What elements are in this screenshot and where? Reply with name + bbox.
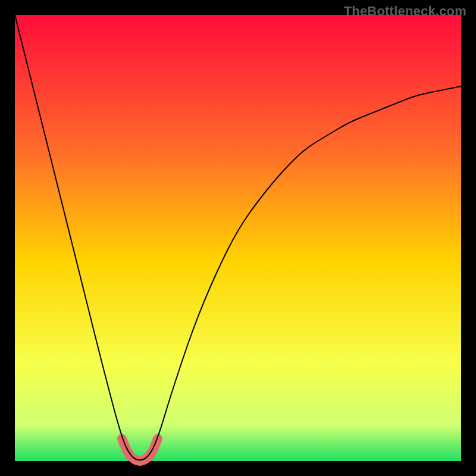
bottleneck-chart [0,0,476,476]
chart-container: TheBottleneck.com [0,0,476,476]
watermark-text: TheBottleneck.com [344,4,466,19]
plot-background [15,15,461,461]
